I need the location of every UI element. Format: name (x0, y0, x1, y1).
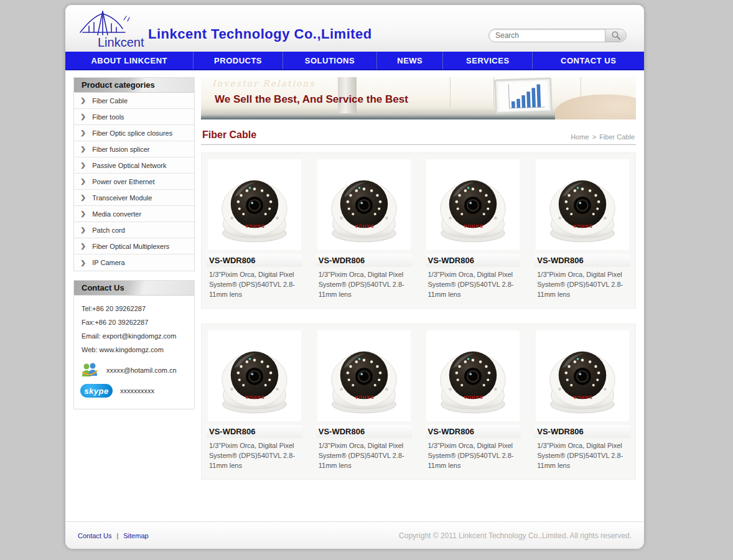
banner-slogan: We Sell the Best, And Service the Best (215, 93, 408, 106)
product-name-link[interactable]: VS-WDR806 (426, 254, 521, 267)
footer-link-separator: | (116, 532, 118, 539)
breadcrumb-current: Fiber Cable (599, 133, 635, 141)
company-title: Linkcent Technology Co.,Limited (148, 26, 372, 42)
product-card: VS-WDR806 1/3"Pixim Orca, Digital Pixel … (207, 159, 302, 299)
msn-messenger-icon (80, 362, 99, 379)
breadcrumb-separator: > (592, 133, 596, 141)
site-header: Linkcent Linkcent Technology Co.,Limited (65, 5, 644, 52)
company-logo[interactable]: Linkcent (74, 7, 149, 50)
site-footer: Contact Us | Sitemap Copyright © 2011 Li… (65, 521, 644, 549)
sidebar-item-fiber-fusion-splicer[interactable]: ❯ Fiber fusion splicer (74, 141, 194, 157)
product-description: 1/3"Pixim Orca, Digital Pixel System® (D… (426, 441, 521, 470)
product-name-link[interactable]: VS-WDR806 (207, 425, 302, 438)
sidebar-item-power-over-ethernet[interactable]: ❯ Power over Ethernet (74, 174, 194, 190)
msn-address: xxxxx@hotamil.com.cn (106, 366, 177, 374)
footer-sitemap-link[interactable]: Sitemap (123, 532, 148, 539)
product-card: VS-WDR806 1/3"Pixim Orca, Digital Pixel … (535, 159, 630, 299)
chevron-right-icon: ❯ (80, 243, 86, 250)
main-column: Investor Relations (201, 77, 636, 521)
sidebar-item-fiber-tools[interactable]: ❯ Fiber tools (74, 109, 194, 125)
product-image[interactable] (208, 330, 301, 421)
product-card: VS-WDR806 1/3"Pixim Orca, Digital Pixel … (316, 159, 412, 299)
contact-email: Email: export@kingdomgz.com (80, 329, 188, 343)
nav-solutions[interactable]: SOLUTIONS (283, 52, 378, 69)
chevron-right-icon: ❯ (80, 146, 86, 153)
skype-id: xxxxxxxxxx (120, 387, 154, 394)
chevron-right-icon: ❯ (80, 129, 86, 137)
main-nav: ABOUT LINKCENT PRODUCTS SOLUTIONS NEWS S… (65, 52, 644, 70)
search-input[interactable] (489, 29, 605, 42)
nav-about-linkcent[interactable]: ABOUT LINKCENT (65, 52, 194, 69)
hero-banner: Investor Relations (201, 77, 636, 119)
skype-row: skype xxxxxxxxxx (80, 384, 188, 398)
product-name-link[interactable]: VS-WDR806 (316, 425, 412, 438)
footer-contact-us-link[interactable]: Contact Us (78, 532, 111, 539)
chevron-right-icon: ❯ (80, 97, 86, 105)
contact-web: Web: www.kingdomgz.com (80, 343, 188, 357)
product-name-link[interactable]: VS-WDR806 (535, 425, 630, 438)
product-image[interactable] (536, 159, 629, 250)
skype-logo: skype (80, 384, 113, 398)
product-card: VS-WDR806 1/3"Pixim Orca, Digital Pixel … (426, 159, 521, 299)
chevron-right-icon: ❯ (80, 178, 86, 185)
nav-contact-us[interactable]: CONTACT US (533, 52, 644, 69)
chevron-right-icon: ❯ (80, 259, 86, 266)
msn-row: xxxxx@hotamil.com.cn (80, 362, 188, 379)
page-card: Linkcent Linkcent Technology Co.,Limited… (65, 5, 644, 549)
sidebar-item-fiber-optical-multiplexers[interactable]: ❯ Fiber Optical Multiplexers (74, 238, 194, 254)
bridge-logo-icon: Linkcent (74, 7, 149, 50)
nav-services[interactable]: SERVICES (443, 52, 533, 69)
magnifier-icon (611, 30, 621, 40)
product-card: VS-WDR806 1/3"Pixim Orca, Digital Pixel … (207, 330, 302, 470)
product-description: 1/3"Pixim Orca, Digital Pixel System® (D… (316, 269, 412, 299)
product-image[interactable] (426, 330, 520, 421)
product-card: VS-WDR806 1/3"Pixim Orca, Digital Pixel … (535, 330, 630, 470)
product-image[interactable] (426, 159, 520, 250)
sidebar-item-transceiver-module[interactable]: ❯ Transceiver Module (74, 190, 194, 206)
product-image[interactable] (317, 159, 411, 250)
nav-products[interactable]: PRODUCTS (194, 52, 282, 69)
nav-news[interactable]: NEWS (377, 52, 443, 69)
breadcrumb: Home > Fiber Cable (571, 133, 635, 141)
content-area: Product categories ❯ Fiber Cable ❯ Fiber… (65, 70, 644, 521)
banner-laptop (494, 77, 553, 114)
page-title: Fiber Cable (202, 129, 256, 141)
sidebar-item-fiber-cable[interactable]: ❯ Fiber Cable (74, 93, 194, 109)
product-image[interactable] (208, 159, 301, 250)
sidebar-item-ip-camera[interactable]: ❯ IP Camera (74, 254, 194, 271)
contact-us-header: Contact Us (74, 281, 194, 296)
contact-fax: Fax:+86 20 39262287 (80, 315, 188, 329)
product-description: 1/3"Pixim Orca, Digital Pixel System® (D… (207, 269, 302, 299)
contact-us-box: Contact Us Tel:+86 20 39262287 Fax:+86 2… (73, 280, 195, 409)
product-description: 1/3"Pixim Orca, Digital Pixel System® (D… (207, 441, 302, 470)
product-description: 1/3"Pixim Orca, Digital Pixel System® (D… (535, 269, 630, 299)
sidebar-item-fiber-optic-splice-closures[interactable]: ❯ Fiber Optic splice closures (74, 125, 194, 141)
chevron-right-icon: ❯ (80, 113, 86, 121)
product-name-link[interactable]: VS-WDR806 (207, 254, 302, 267)
chevron-right-icon: ❯ (80, 162, 86, 169)
product-description: 1/3"Pixim Orca, Digital Pixel System® (D… (426, 269, 521, 299)
product-row-2: VS-WDR806 1/3"Pixim Orca, Digital Pixel … (201, 324, 636, 480)
product-name-link[interactable]: VS-WDR806 (535, 254, 630, 267)
sidebar-item-patch-cord[interactable]: ❯ Patch cord (74, 222, 194, 238)
chevron-right-icon: ❯ (80, 194, 86, 202)
sidebar-item-media-converter[interactable]: ❯ Media converter (74, 206, 194, 222)
search-button[interactable] (605, 29, 626, 42)
breadcrumb-home[interactable]: Home (571, 133, 589, 141)
contact-tel: Tel:+86 20 39262287 (80, 302, 188, 315)
product-categories-header: Product categories (74, 78, 194, 93)
product-row-1: VS-WDR806 1/3"Pixim Orca, Digital Pixel … (201, 152, 636, 309)
product-image[interactable] (536, 330, 629, 421)
product-card: VS-WDR806 1/3"Pixim Orca, Digital Pixel … (316, 330, 412, 470)
sidebar-item-passive-optical-network[interactable]: ❯ Passive Optical Network (74, 157, 194, 174)
product-categories-box: Product categories ❯ Fiber Cable ❯ Fiber… (73, 77, 195, 271)
chevron-right-icon: ❯ (80, 226, 86, 234)
page-title-row: Fiber Cable Home > Fiber Cable (201, 124, 636, 145)
logo-wordmark: Linkcent (98, 35, 144, 49)
copyright-text: Copyright © 2011 Linkcent Technology Co.… (399, 531, 632, 540)
product-name-link[interactable]: VS-WDR806 (426, 425, 521, 438)
product-image[interactable] (317, 330, 411, 421)
product-name-link[interactable]: VS-WDR806 (316, 254, 412, 267)
chevron-right-icon: ❯ (80, 210, 86, 218)
footer-links: Contact Us | Sitemap (78, 532, 149, 539)
